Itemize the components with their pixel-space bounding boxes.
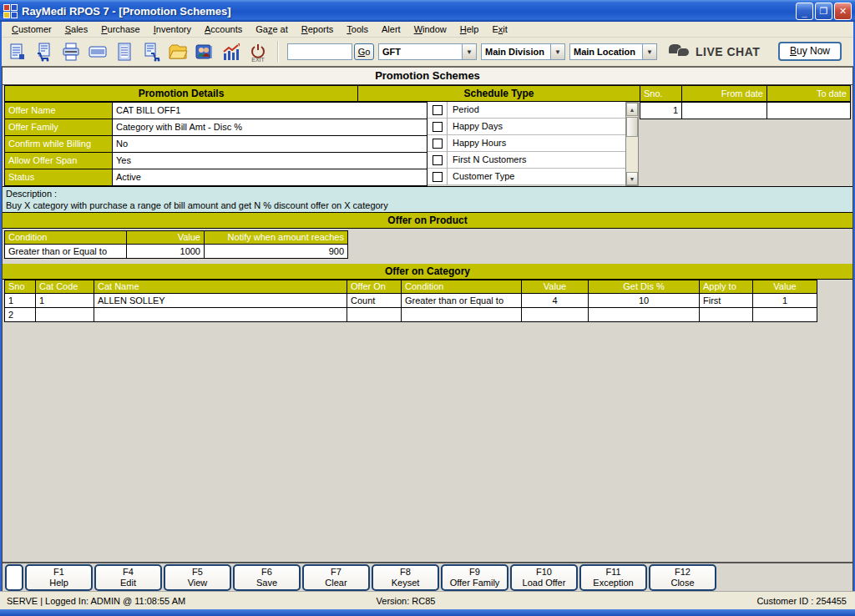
- category-cell[interactable]: [94, 307, 347, 322]
- schedule-row-happy-days[interactable]: Happy Days: [427, 119, 625, 135]
- schedule-sno-cell[interactable]: 1: [640, 102, 682, 119]
- detail-value-offer-name[interactable]: CAT BILL OFF1: [112, 102, 428, 119]
- checkbox-unchecked-icon[interactable]: [433, 155, 443, 165]
- chevron-down-icon[interactable]: ▼: [550, 44, 564, 59]
- f4-edit-button[interactable]: F4Edit: [94, 564, 162, 591]
- location-combo[interactable]: Main Location▼: [569, 43, 657, 60]
- category-cell[interactable]: [521, 307, 589, 322]
- checkbox-cell[interactable]: [428, 169, 448, 185]
- menu-item-customer[interactable]: Customer: [5, 23, 58, 36]
- menu-item-exit[interactable]: Exit: [485, 23, 514, 36]
- f10-load-offer-button[interactable]: F10Load Offer: [510, 564, 578, 591]
- category-cell[interactable]: ALLEN SOLLEY: [94, 293, 347, 308]
- category-cell[interactable]: 2: [4, 307, 36, 322]
- store-combo-value: GFT: [379, 47, 462, 57]
- detail-value-offer-family[interactable]: Category with Bill Amt - Disc %: [112, 119, 428, 136]
- category-cell[interactable]: [35, 307, 94, 322]
- scroll-down-icon[interactable]: ▼: [626, 172, 638, 185]
- store-combo[interactable]: GFT▼: [378, 43, 477, 60]
- users-icon[interactable]: [192, 40, 217, 63]
- checkbox-unchecked-icon[interactable]: [433, 122, 443, 132]
- product-cell[interactable]: Greater than or Equal to: [4, 244, 127, 259]
- menu-item-purchase[interactable]: Purchase: [94, 23, 146, 36]
- function-button-row: F1HelpF4EditF5ViewF6SaveF7ClearF8KeysetF…: [3, 562, 852, 591]
- folder-icon[interactable]: [165, 40, 190, 63]
- menu-item-help[interactable]: Help: [453, 23, 486, 36]
- bill-icon[interactable]: [5, 40, 30, 63]
- schedule-row-customer-type[interactable]: Customer Type: [427, 169, 625, 185]
- restore-button[interactable]: ❐: [815, 3, 832, 20]
- schedule-item-label: Period: [448, 102, 625, 119]
- purchase-icon[interactable]: [139, 40, 164, 63]
- category-col-value-8: Value: [752, 280, 817, 294]
- f8-keyset-button[interactable]: F8Keyset: [372, 564, 439, 591]
- minimize-button[interactable]: _: [796, 3, 813, 20]
- spacer-button[interactable]: [5, 564, 23, 591]
- category-cell[interactable]: 4: [521, 293, 589, 308]
- schedule-to-date-cell[interactable]: [766, 102, 851, 119]
- detail-value-allow-offer-span[interactable]: Yes: [112, 152, 428, 169]
- schedule-scrollbar[interactable]: ▲ ▼: [625, 102, 639, 186]
- category-cell[interactable]: Count: [347, 293, 402, 308]
- schedule-from-date-cell[interactable]: [681, 102, 767, 119]
- product-cell[interactable]: 900: [204, 244, 348, 259]
- buy-now-button[interactable]: Buy Now: [778, 42, 842, 61]
- search-input[interactable]: [287, 43, 352, 60]
- list-icon[interactable]: [112, 40, 137, 63]
- category-cell[interactable]: Greater than or Equal to: [401, 293, 522, 308]
- detail-value-confirm-while-billing[interactable]: No: [112, 135, 428, 153]
- category-cell[interactable]: First: [699, 293, 753, 308]
- schedule-item-label: First N Customers: [448, 152, 625, 169]
- menu-item-inventory[interactable]: Inventory: [147, 23, 198, 36]
- f6-save-button[interactable]: F6Save: [233, 564, 301, 591]
- category-cell[interactable]: 1: [752, 293, 817, 308]
- offer-on-category-table: SnoCat CodeCat NameOffer OnConditionValu…: [3, 280, 852, 323]
- menu-item-accounts[interactable]: Accounts: [198, 23, 249, 36]
- menu-item-reports[interactable]: Reports: [295, 23, 341, 36]
- exit-icon[interactable]: EXIT: [245, 40, 271, 63]
- f7-clear-button[interactable]: F7Clear: [302, 564, 370, 591]
- chevron-down-icon[interactable]: ▼: [642, 44, 656, 59]
- category-cell[interactable]: [401, 307, 522, 322]
- scroll-up-icon[interactable]: ▲: [626, 103, 638, 116]
- schedule-row-happy-hours[interactable]: Happy Hours: [427, 135, 625, 152]
- checkbox-unchecked-icon[interactable]: [433, 172, 443, 182]
- product-cell[interactable]: 1000: [126, 244, 205, 259]
- menu-item-tools[interactable]: Tools: [340, 23, 375, 36]
- checkbox-cell[interactable]: [428, 152, 448, 169]
- checkbox-unchecked-icon[interactable]: [433, 139, 443, 149]
- close-button[interactable]: ✕: [834, 3, 852, 20]
- menu-item-alert[interactable]: Alert: [375, 23, 407, 36]
- category-cell[interactable]: 10: [588, 293, 700, 308]
- division-combo[interactable]: Main Division▼: [481, 43, 565, 60]
- print-icon[interactable]: [58, 40, 83, 63]
- category-cell[interactable]: [699, 307, 753, 322]
- category-cell[interactable]: [752, 307, 817, 322]
- menu-item-window[interactable]: Window: [407, 23, 453, 36]
- f5-view-button[interactable]: F5View: [164, 564, 231, 591]
- scroll-thumb[interactable]: [626, 117, 638, 137]
- category-cell[interactable]: 1: [4, 293, 36, 308]
- checkbox-cell[interactable]: [428, 119, 448, 135]
- category-cell[interactable]: 1: [35, 293, 94, 308]
- category-cell[interactable]: [347, 307, 402, 322]
- barcode-icon[interactable]: [85, 40, 110, 63]
- f11-exception-button[interactable]: F11Exception: [579, 564, 647, 591]
- chart-icon[interactable]: [219, 40, 244, 63]
- category-cell[interactable]: [588, 307, 700, 322]
- live-chat-link[interactable]: LIVE CHAT: [669, 44, 760, 59]
- detail-value-status[interactable]: Active: [112, 169, 428, 186]
- f1-help-button[interactable]: F1Help: [25, 564, 93, 591]
- menu-item-gaze-at[interactable]: Gaze at: [249, 23, 295, 36]
- f12-close-button[interactable]: F12Close: [649, 564, 716, 591]
- f9-offer-family-button[interactable]: F9Offer Family: [441, 564, 508, 591]
- checkbox-unchecked-icon[interactable]: [433, 105, 443, 115]
- schedule-row-period[interactable]: Period: [427, 102, 625, 119]
- checkbox-cell[interactable]: [428, 135, 448, 152]
- schedule-row-first-n-customers[interactable]: First N Customers: [427, 152, 625, 169]
- menu-item-sales[interactable]: Sales: [58, 23, 95, 36]
- go-button[interactable]: Go: [354, 43, 374, 60]
- sales-icon[interactable]: [32, 40, 57, 63]
- checkbox-cell[interactable]: [428, 102, 448, 119]
- chevron-down-icon[interactable]: ▼: [462, 44, 476, 59]
